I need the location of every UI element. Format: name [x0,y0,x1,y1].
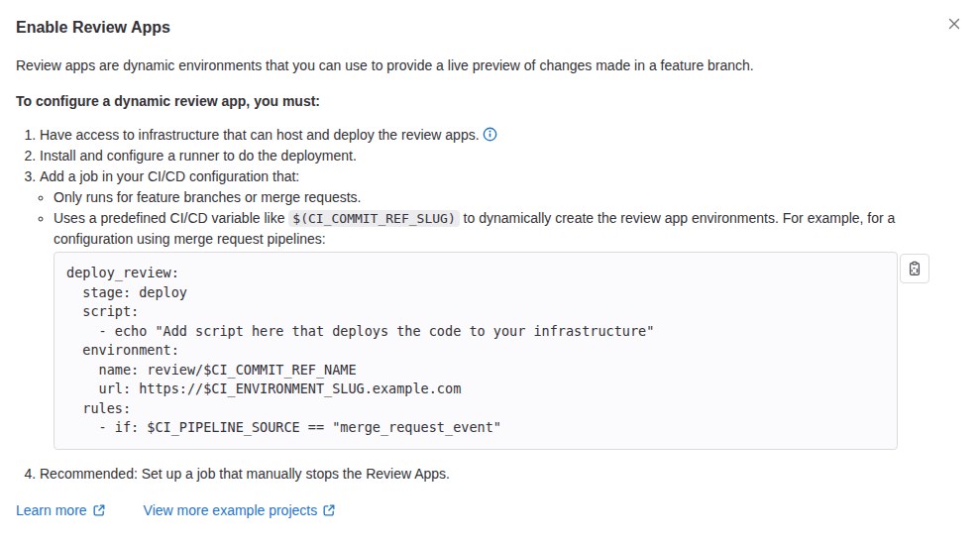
step-2-text: Install and configure a runner to do the… [40,148,357,163]
external-link-icon [92,503,106,517]
step-3-text: Add a job in your CI/CD configuration th… [40,168,299,184]
copy-to-clipboard-icon [907,261,923,276]
enable-review-apps-modal: Enable Review Apps Review apps are dynam… [0,0,980,544]
view-example-projects-label: View more example projects [144,500,318,521]
step-1-text: Have access to infrastructure that can h… [40,127,480,143]
yaml-code-block: deploy_review: stage: deploy script: - e… [54,252,898,450]
copy-code-button[interactable] [900,254,929,283]
yaml-code: deploy_review: stage: deploy script: - e… [66,265,654,435]
view-example-projects-link[interactable]: View more example projects [144,500,337,521]
learn-more-label: Learn more [16,500,87,521]
step-item-2: Install and configure a runner to do the… [40,146,964,166]
sub-bullet-2-text-before: Uses a predefined CI/CD variable like [54,210,284,226]
sub-bullet-1-text: Only runs for feature branches or merge … [54,189,361,205]
close-icon [946,16,962,32]
code-block-row: deploy_review: stage: deploy script: - e… [54,252,964,450]
step-item-4: Recommended: Set up a job that manually … [40,464,964,485]
configure-subheading: To configure a dynamic review app, you m… [16,91,964,112]
sub-bullet-1: Only runs for feature branches or merge … [54,187,964,208]
step-item-1: Have access to infrastructure that can h… [40,125,964,146]
sub-bullet-2: Uses a predefined CI/CD variable like $(… [54,208,964,450]
footer-links: Learn more View more example projects [16,500,964,521]
learn-more-link[interactable]: Learn more [16,500,106,521]
job-requirements-list: Only runs for feature branches or merge … [40,187,964,450]
ci-variable-inline-code: $(CI_COMMIT_REF_SLUG) [288,210,459,227]
info-icon[interactable] [483,127,497,142]
modal-title: Enable Review Apps [16,16,964,40]
step-4-text: Recommended: Set up a job that manually … [40,466,450,482]
close-button[interactable] [938,8,970,40]
intro-text: Review apps are dynamic environments tha… [16,55,964,76]
external-link-icon [322,503,336,517]
step-item-3: Add a job in your CI/CD configuration th… [40,166,964,450]
steps-list: Have access to infrastructure that can h… [16,125,964,485]
